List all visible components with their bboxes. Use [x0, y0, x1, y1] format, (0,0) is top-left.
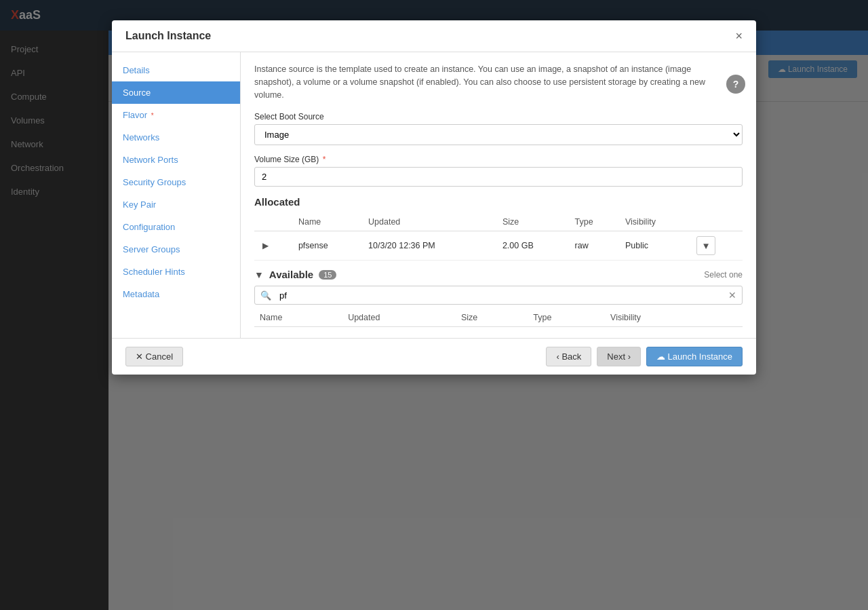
back-button[interactable]: ‹ Back — [546, 347, 591, 366]
available-header: ▼ Available 15 Select one — [254, 269, 743, 280]
select-one-label: Select one — [704, 270, 743, 280]
boot-source-label: Select Boot Source — [254, 112, 743, 121]
modal-close-button[interactable]: × — [735, 30, 743, 42]
modal-footer: ✕ Cancel ‹ Back Next › ☁ Launch Instance — [112, 338, 756, 375]
available-collapse-button[interactable]: ▼ — [254, 269, 264, 280]
allocated-row-updated: 10/3/20 12:36 PM — [363, 231, 497, 261]
available-count-badge: 15 — [319, 270, 336, 280]
allocated-col-name: Name — [293, 213, 363, 231]
nav-item-key-pair[interactable]: Key Pair — [112, 193, 240, 216]
allocated-row-action-cell: ▼ — [691, 231, 743, 261]
launch-instance-modal: Launch Instance × Details Source Flavor … — [112, 20, 756, 375]
cancel-button[interactable]: ✕ Cancel — [125, 347, 183, 366]
launch-instance-button[interactable]: ☁ Launch Instance — [646, 347, 743, 366]
volume-size-label: Volume Size (GB) * — [254, 155, 743, 164]
available-col-type: Type — [528, 309, 605, 327]
search-clear-button[interactable]: ✕ — [723, 286, 742, 304]
next-button[interactable]: Next › — [597, 347, 641, 366]
available-search-input[interactable] — [277, 287, 723, 304]
nav-item-networks[interactable]: Networks — [112, 126, 240, 149]
nav-item-server-groups[interactable]: Server Groups — [112, 238, 240, 261]
volume-required-indicator: * — [323, 155, 326, 164]
nav-item-scheduler-hints[interactable]: Scheduler Hints — [112, 261, 240, 283]
allocated-remove-button[interactable]: ▼ — [696, 236, 715, 255]
info-text: Instance source is the template used to … — [254, 63, 743, 101]
modal-header: Launch Instance × — [112, 20, 756, 52]
nav-item-metadata[interactable]: Metadata — [112, 283, 240, 305]
search-icon: 🔍 — [255, 287, 277, 304]
available-table: Name Updated Size Type Visibility — [254, 309, 743, 327]
allocated-col-size: Size — [497, 213, 570, 231]
allocated-row-type: raw — [570, 231, 620, 261]
available-col-size: Size — [456, 309, 528, 327]
available-section: ▼ Available 15 Select one 🔍 ✕ — [254, 269, 743, 327]
nav-item-security-groups[interactable]: Security Groups — [112, 171, 240, 193]
available-col-action — [714, 309, 743, 327]
available-search-bar: 🔍 ✕ — [254, 286, 743, 305]
nav-item-flavor[interactable]: Flavor * — [112, 104, 240, 126]
nav-item-network-ports[interactable]: Network Ports — [112, 149, 240, 171]
flavor-required-indicator: * — [151, 112, 154, 119]
boot-source-group: Select Boot Source Image — [254, 112, 743, 145]
available-col-name: Name — [254, 309, 342, 327]
modal-nav: Details Source Flavor * Networks Network… — [112, 52, 241, 338]
available-col-updated: Updated — [342, 309, 456, 327]
footer-right: ‹ Back Next › ☁ Launch Instance — [546, 347, 743, 366]
nav-item-source[interactable]: Source — [112, 81, 240, 104]
allocated-row-visibility: Public — [620, 231, 691, 261]
modal-body: Details Source Flavor * Networks Network… — [112, 52, 756, 338]
nav-item-details[interactable]: Details — [112, 59, 240, 81]
footer-left: ✕ Cancel — [125, 347, 183, 366]
allocated-col-visibility: Visibility — [620, 213, 691, 231]
modal-content-area: ? Instance source is the template used t… — [241, 52, 756, 338]
available-title: Available — [269, 269, 313, 280]
allocated-table: Name Updated Size Type Visibility ▶ — [254, 213, 743, 261]
available-left: ▼ Available 15 — [254, 269, 336, 280]
allocated-row-size: 2.00 GB — [497, 231, 570, 261]
modal-title: Launch Instance — [125, 30, 211, 42]
allocated-row: ▶ pfsense 10/3/20 12:36 PM 2.00 GB raw P… — [254, 231, 743, 261]
volume-size-group: Volume Size (GB) * — [254, 155, 743, 187]
allocated-col-expand — [254, 213, 293, 231]
volume-size-input[interactable] — [254, 167, 743, 187]
nav-item-configuration[interactable]: Configuration — [112, 216, 240, 238]
allocated-expand-cell: ▶ — [254, 231, 293, 261]
allocated-col-type: Type — [570, 213, 620, 231]
allocated-col-updated: Updated — [363, 213, 497, 231]
boot-source-select[interactable]: Image — [254, 124, 743, 145]
help-button[interactable]: ? — [726, 75, 745, 94]
allocated-row-name: pfsense — [293, 231, 363, 261]
row-expand-button[interactable]: ▶ — [260, 240, 271, 252]
allocated-col-action — [691, 213, 743, 231]
available-col-visibility: Visibility — [605, 309, 714, 327]
allocated-title: Allocated — [254, 196, 743, 208]
modal-overlay: Launch Instance × Details Source Flavor … — [0, 0, 868, 610]
